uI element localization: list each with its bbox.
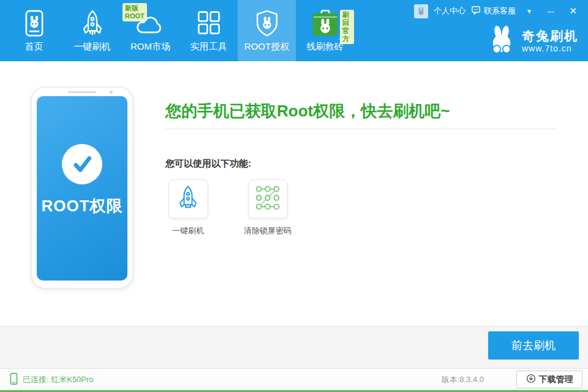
toolbox-rabbit-icon xyxy=(311,8,340,39)
grid-icon xyxy=(196,8,222,39)
tab-one-click-flash[interactable]: 一键刷机 xyxy=(63,0,121,61)
rocket-icon xyxy=(176,185,200,213)
go-flash-button[interactable]: 前去刷机 xyxy=(488,331,579,360)
phone-speaker xyxy=(68,91,96,93)
rabbit-logo-icon xyxy=(486,24,517,58)
shield-rabbit-icon xyxy=(254,8,280,39)
phone-screen: ROOT权限 xyxy=(37,96,127,281)
phone-illustration: ROOT权限 xyxy=(31,86,134,289)
version-text: 版本:8.3.4.0 xyxy=(442,369,484,390)
contact-support-link[interactable]: 联系客服 xyxy=(471,6,516,17)
new-root-badge: 新版 ROOT xyxy=(123,3,147,21)
topright-strip: 个人中心 联系客服 ▼ ─ ✕ xyxy=(414,0,582,22)
close-button[interactable]: ✕ xyxy=(564,6,582,17)
tab-root-authorization[interactable]: ROOT授权 xyxy=(238,0,296,61)
top-navigation-bar: 首页 一键刷机 新版 ROOT xyxy=(0,0,588,61)
tab-home[interactable]: 首页 xyxy=(5,0,63,61)
feature-one-click-flash: 一键刷机 xyxy=(148,179,228,236)
logo-text: 奇兔刷机 www.7to.cn xyxy=(522,29,578,53)
success-check-icon xyxy=(62,144,102,184)
clear-lockscreen-card[interactable] xyxy=(248,179,288,219)
connection-status: 已连接: 红米K50Pro xyxy=(10,369,94,390)
tab-label: 首页 xyxy=(25,41,43,53)
user-avatar[interactable] xyxy=(414,4,428,18)
one-click-flash-card[interactable] xyxy=(168,179,208,219)
tab-label: 线刷救砖 xyxy=(307,41,344,53)
nav-tabs: 首页 一键刷机 新版 ROOT xyxy=(5,0,354,61)
tab-label: 实用工具 xyxy=(190,41,227,53)
tab-rom-market[interactable]: 新版 ROOT ROM市场 xyxy=(121,0,179,61)
result-title: 您的手机已获取Root权限，快去刷机吧~ xyxy=(165,100,450,122)
tab-utilities[interactable]: 实用工具 xyxy=(179,0,238,61)
brand-logo: 奇兔刷机 www.7to.cn xyxy=(486,24,578,58)
feature-label: 清除锁屏密码 xyxy=(244,225,292,236)
user-center-link[interactable]: 个人中心 xyxy=(434,6,466,17)
tab-label: 一键刷机 xyxy=(74,41,111,53)
logo-title: 奇兔刷机 xyxy=(522,29,578,43)
feature-label: 一键刷机 xyxy=(172,225,204,236)
phone-camera-dot xyxy=(110,91,113,94)
divider xyxy=(165,129,557,129)
user-center-label: 个人中心 xyxy=(434,6,466,17)
pattern-lock-icon xyxy=(254,184,282,214)
download-manager-label: 下载管理 xyxy=(539,374,573,385)
rocket-icon xyxy=(80,8,105,39)
tab-label: ROOT授权 xyxy=(244,41,289,53)
app-window: 首页 一键刷机 新版 ROOT xyxy=(0,0,588,392)
main-content: ROOT权限 您的手机已获取Root权限，快去刷机吧~ 您可以使用以下功能: xyxy=(0,61,588,326)
logo-url: www.7to.cn xyxy=(522,43,578,53)
status-bar: 已连接: 红米K50Pro 版本:8.3.4.0 下载管理 xyxy=(0,368,588,392)
connected-phone-icon xyxy=(10,372,18,387)
action-band: 前去刷机 xyxy=(0,326,588,368)
connected-text: 已连接: 红米K50Pro xyxy=(23,374,94,385)
contact-support-label: 联系客服 xyxy=(484,6,516,17)
tab-label: ROM市场 xyxy=(130,41,170,53)
feature-clear-lockscreen: 清除锁屏密码 xyxy=(228,179,307,236)
dropdown-caret-icon[interactable]: ▼ xyxy=(521,8,537,15)
minimize-button[interactable]: ─ xyxy=(543,6,559,17)
chat-bubble-icon xyxy=(471,6,481,17)
phone-screen-label: ROOT权限 xyxy=(41,195,123,217)
official-restore-badge: 刷回 官方 xyxy=(340,10,354,44)
download-manager-button[interactable]: 下载管理 xyxy=(516,371,582,388)
download-icon xyxy=(526,374,536,385)
home-phone-rabbit-icon xyxy=(21,8,47,39)
features-subtitle: 您可以使用以下功能: xyxy=(165,158,251,170)
tab-flash-rescue[interactable]: 刷回 官方 线刷救砖 xyxy=(296,0,354,61)
